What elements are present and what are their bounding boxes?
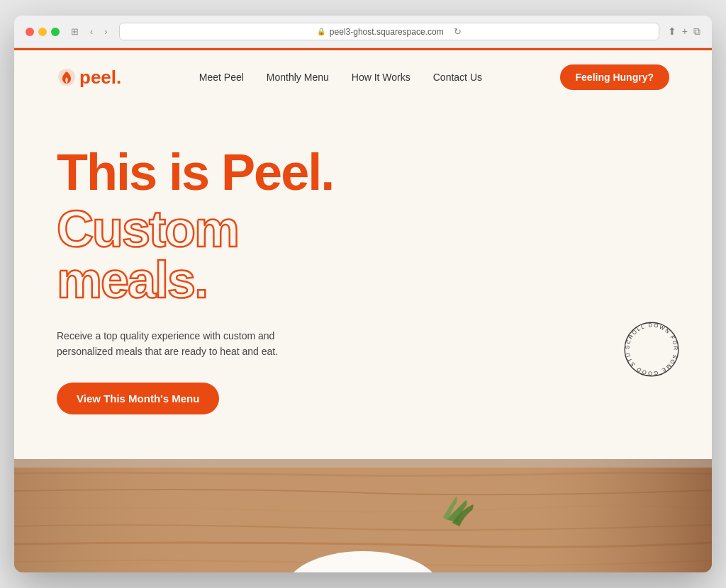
new-tab-icon[interactable]: +: [682, 26, 688, 38]
hero-description: Receive a top quality experience with cu…: [57, 328, 284, 360]
hero-outline-line1: Custom: [57, 200, 238, 257]
food-image-area: [14, 459, 712, 572]
nav-meet-peel[interactable]: Meet Peel: [199, 72, 244, 83]
navbar: peel. Meet Peel Monthly Menu How It Work…: [14, 50, 712, 104]
scroll-badge: SCROLL DOWN FOR SOME GOOD STUFF: [620, 317, 683, 381]
logo-icon: [57, 67, 77, 87]
nav-how-it-works[interactable]: How It Works: [352, 72, 411, 83]
share-icon[interactable]: ⬆: [668, 26, 676, 38]
forward-button[interactable]: ›: [101, 25, 110, 38]
back-button[interactable]: ‹: [87, 25, 96, 38]
minimize-button[interactable]: [38, 28, 47, 36]
svg-text:SCROLL DOWN FOR SOME GOOD STUF: SCROLL DOWN FOR SOME GOOD STUFF: [620, 317, 679, 377]
hero-title-solid: This is Peel.: [57, 147, 340, 198]
website-content: peel. Meet Peel Monthly Menu How It Work…: [14, 48, 712, 572]
nav-links: Meet Peel Monthly Menu How It Works Cont…: [199, 71, 482, 84]
scroll-badge-svg: SCROLL DOWN FOR SOME GOOD STUFF: [620, 317, 683, 381]
logo[interactable]: peel.: [57, 67, 121, 89]
traffic-lights: [26, 28, 60, 36]
browser-window: ⊞ ‹ › 🔒 peel3-ghost.squarespace.com ↻ ⬆ …: [14, 16, 712, 572]
nav-contact-us[interactable]: Contact Us: [433, 72, 482, 83]
tabs-icon[interactable]: ⧉: [693, 26, 700, 38]
nav-cta-button[interactable]: Feeling Hungry?: [560, 64, 669, 90]
fullscreen-button[interactable]: [51, 28, 60, 36]
browser-actions: ⬆ + ⧉: [668, 26, 700, 38]
browser-nav-controls: ⊞ ‹ ›: [68, 25, 111, 38]
hero-cta-button[interactable]: View This Month's Menu: [57, 383, 219, 414]
browser-chrome: ⊞ ‹ › 🔒 peel3-ghost.squarespace.com ↻ ⬆ …: [14, 16, 712, 48]
nav-monthly-menu[interactable]: Monthly Menu: [267, 72, 329, 83]
lock-icon: 🔒: [317, 28, 325, 35]
reload-icon[interactable]: ↻: [454, 26, 462, 37]
hero-section: This is Peel. Custom meals. Receive a to…: [14, 104, 383, 443]
url-text: peel3-ghost.squarespace.com: [330, 27, 444, 37]
svg-rect-6: [14, 459, 712, 468]
hero-title-outline: Custom meals.: [57, 203, 340, 305]
food-image-svg: [14, 459, 712, 572]
sidebar-toggle-icon[interactable]: ⊞: [68, 25, 82, 38]
close-button[interactable]: [26, 28, 34, 36]
hero-outline-line2: meals.: [57, 251, 207, 308]
address-bar[interactable]: 🔒 peel3-ghost.squarespace.com ↻: [119, 23, 659, 40]
logo-text: peel.: [79, 67, 121, 89]
